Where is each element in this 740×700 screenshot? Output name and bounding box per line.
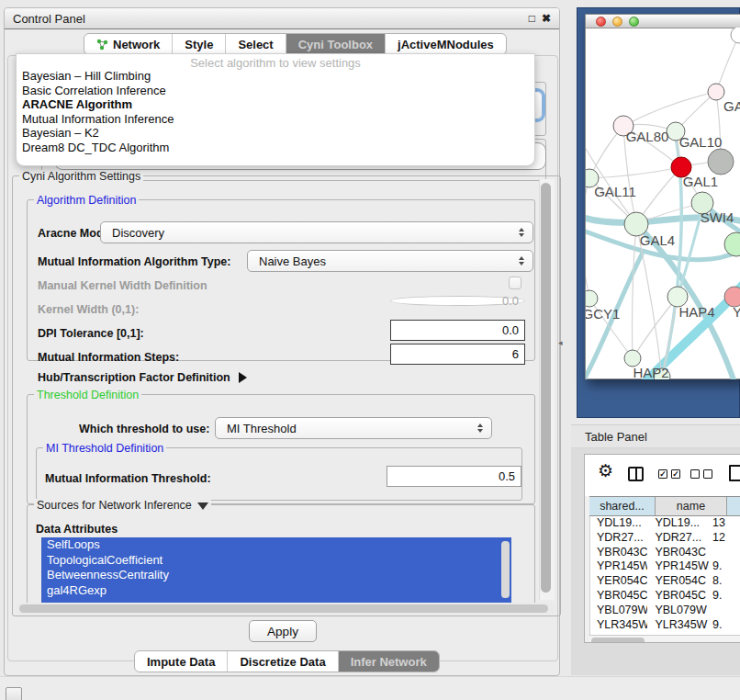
table-column-header[interactable]: shared...: [589, 497, 656, 515]
data-attributes-list: SelfLoopsTopologicalCoefficientBetweenne…: [41, 537, 511, 604]
minimized-panel-icon[interactable]: [6, 687, 22, 700]
attribute-list-item[interactable]: BetweennessCentrality: [41, 568, 511, 583]
threshold-definition-title: Threshold Definition: [34, 389, 141, 401]
panel-resize-arrow-icon[interactable]: ◂: [558, 338, 563, 347]
tab-cyni-toolbox[interactable]: Cyni Toolbox: [286, 34, 386, 54]
table-hscrollbar-track[interactable]: [589, 635, 740, 643]
control-panel-title: Control Panel: [5, 12, 85, 26]
table-column-header[interactable]: A: [727, 497, 740, 515]
algorithm-option[interactable]: Bayesian – Hill Climbing: [17, 69, 534, 84]
attribute-list-item[interactable]: SelfLoops: [41, 537, 511, 553]
network-node-label: GCY1: [586, 306, 620, 322]
apply-button[interactable]: Apply: [249, 620, 317, 642]
tab-label: Style: [185, 38, 213, 51]
table-cell: YDL19...: [647, 516, 711, 531]
deselect-all-icon[interactable]: [690, 469, 712, 479]
table-row[interactable]: YBR043CYBR043C: [589, 546, 740, 560]
bottom-tab-label: Discretize Data: [240, 655, 325, 669]
close-window-icon[interactable]: ✖: [542, 13, 551, 24]
table-hscrollbar-thumb[interactable]: [591, 638, 645, 643]
bottom-tab-label: Infer Network: [351, 655, 427, 669]
network-node[interactable]: [708, 149, 734, 175]
table-panel-area: ⚙ ✓✓ shared...nameA YDL19...YDL19...13YD…: [571, 448, 740, 675]
table-cell: YDR27...: [647, 531, 711, 546]
network-node[interactable]: [586, 290, 598, 307]
dpi-tolerance-field[interactable]: 0.0: [390, 320, 525, 341]
columns-icon[interactable]: [628, 467, 644, 481]
table-toolbar: ⚙ ✓✓: [585, 455, 740, 496]
tab-style[interactable]: Style: [173, 34, 226, 54]
aracne-mode-combo[interactable]: Discovery: [100, 221, 533, 243]
which-threshold-combo[interactable]: MI Threshold: [215, 417, 492, 439]
tab-jactivemnodules[interactable]: jActiveMNodules: [386, 34, 506, 54]
tab-select[interactable]: Select: [226, 34, 286, 54]
control-panel-window: Control Panel □ ✖ NetworkStyleSelectCyni…: [4, 7, 560, 676]
table-cell: YLR345W: [647, 618, 711, 633]
table-cell: 12: [711, 531, 740, 546]
table-cell: YBR043C: [589, 546, 647, 560]
table-cell: YER054C: [589, 574, 647, 589]
table-row[interactable]: YPR145WYPR145W9.: [589, 559, 740, 574]
select-all-icon[interactable]: ✓✓: [658, 469, 680, 479]
attributes-scrollbar-thumb[interactable]: [501, 541, 510, 598]
network-node[interactable]: [731, 28, 740, 43]
hub-definition-toggle[interactable]: Hub/Transcription Factor Definition: [38, 371, 247, 384]
tab-label: Network: [113, 38, 160, 51]
settings-hscrollbar-thumb[interactable]: [19, 604, 548, 613]
network-node-label: SWI4: [701, 209, 734, 225]
table-cell: [711, 604, 740, 618]
algorithm-option[interactable]: ARACNE Algorithm: [17, 97, 534, 112]
table-panel-titlebar: Table Panel: [571, 424, 740, 448]
table-row[interactable]: YER054CYER054C8.: [589, 574, 740, 589]
algorithm-definition-title: Algorithm Definition: [34, 194, 139, 207]
table-cell: 8.: [711, 574, 740, 589]
page-icon[interactable]: [729, 465, 740, 481]
minimize-traffic-light-icon[interactable]: [612, 17, 622, 27]
bottom-tab-impute-data[interactable]: Impute Data: [135, 651, 228, 672]
mi-type-combo[interactable]: Naive Bayes: [247, 250, 533, 272]
algorithm-option[interactable]: Basic Correlation Inference: [17, 84, 534, 98]
table-cell: YIL052C: [589, 632, 647, 634]
float-window-icon[interactable]: □: [529, 13, 535, 24]
gear-icon[interactable]: ⚙: [598, 463, 613, 480]
zoom-traffic-light-icon[interactable]: [629, 17, 639, 27]
stepper-icon: [519, 256, 524, 265]
network-node-label: GAL4: [640, 232, 675, 248]
table-panel-title: Table Panel: [571, 430, 647, 444]
bottom-tab-label: Impute Data: [147, 655, 215, 669]
network-window: GAL7GAL80GAL10GAL1GAL11SWI4GAL4GCY1HAP4Y…: [585, 14, 740, 379]
table-row[interactable]: YDL19...YDL19...13: [589, 516, 740, 531]
bottom-tab-infer-network[interactable]: Infer Network: [339, 651, 439, 672]
algorithm-option[interactable]: Bayesian – K2: [17, 126, 534, 141]
which-threshold-value: MI Threshold: [227, 422, 297, 435]
close-traffic-light-icon[interactable]: [596, 17, 606, 27]
algorithm-option[interactable]: Dream8 DC_TDC Algorithm: [17, 141, 534, 155]
algorithm-option[interactable]: Mutual Information Inference: [17, 112, 534, 127]
network-canvas[interactable]: GAL7GAL80GAL10GAL1GAL11SWI4GAL4GCY1HAP4Y…: [586, 28, 740, 379]
tab-network[interactable]: Network: [84, 34, 173, 54]
network-panel: GAL7GAL80GAL10GAL1GAL11SWI4GAL4GCY1HAP4Y…: [577, 7, 740, 418]
mi-threshold-field[interactable]: 0.5: [387, 466, 521, 487]
table-cell: YBR045C: [589, 589, 647, 604]
manual-kernel-checkbox[interactable]: [509, 277, 521, 289]
network-node[interactable]: [724, 232, 740, 256]
table-row[interactable]: YIL052CYIL052C9.: [589, 632, 740, 634]
kernel-width-field[interactable]: 0.0: [390, 296, 525, 306]
mi-steps-label: Mutual Information Steps:: [38, 351, 179, 364]
settings-scrollbar-thumb[interactable]: [541, 183, 551, 593]
table-row[interactable]: YBL079WYBL079W: [589, 604, 740, 618]
table-row[interactable]: YDR27...YDR27...12: [589, 531, 740, 546]
table-row[interactable]: YBR045CYBR045C9.: [589, 589, 740, 604]
sources-title[interactable]: Sources for Network Inference: [34, 499, 211, 512]
attribute-list-item[interactable]: TopologicalCoefficient: [41, 553, 511, 569]
bottom-tabs: Impute DataDiscretize DataInfer Network: [134, 650, 440, 672]
mi-steps-field[interactable]: 6: [390, 344, 525, 365]
bottom-tab-discretize-data[interactable]: Discretize Data: [228, 651, 338, 672]
network-node-label: GAL80: [626, 129, 669, 144]
table-cell: YBR043C: [647, 546, 711, 560]
table-row[interactable]: YLR345WYLR345W9.: [589, 618, 740, 633]
network-window-titlebar[interactable]: [586, 15, 740, 28]
table-column-header[interactable]: name: [656, 497, 727, 515]
network-node[interactable]: [708, 84, 724, 100]
attribute-list-item[interactable]: gal4RGexp: [41, 583, 511, 599]
